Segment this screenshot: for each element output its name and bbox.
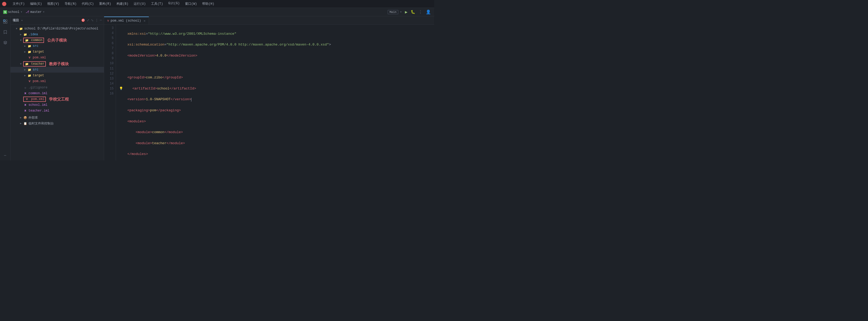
tree-common-iml-label: common.iml [28,92,48,95]
menu-git[interactable]: Git(G) [166,1,182,7]
tree-common-iml[interactable]: Ж common.iml [10,91,104,96]
menu-edit[interactable]: 编辑(E) [28,1,44,7]
tree-common[interactable]: ▼ 📁 common 公共子模块 [10,37,104,43]
tree-teacher-target-label: target [33,74,44,77]
code-line-13: <module>teacher</module> [119,141,429,146]
code-line-6 [119,64,429,70]
branch-dropdown-icon[interactable]: ▾ [43,10,44,14]
project-panel: 项目 ▾ 🎯 ⤢ ⤡ ⋮ — ▼ 📁 school D:\MyFile\GitH… [10,16,104,160]
debug-icon[interactable]: 🐛 [411,10,415,14]
annotation-common: 公共子模块 [47,38,67,43]
run-config-box: Main [388,10,398,14]
panel-icon-settings[interactable]: ⋮ [95,19,98,22]
file-tree: ▼ 📁 school D:\MyFile\GitHub\Projects\sch… [10,25,104,160]
tree-gitignore-label: .gitignore [28,86,48,90]
external-libs-icon: 📦 [23,115,27,120]
tree-common-src-arrow: ▶ [24,44,27,48]
sidebar-icon-more[interactable]: ⋯ [2,152,8,158]
tree-scratch[interactable]: ▶ 📋 临时文件和控制台 [10,120,104,126]
tree-school-iml[interactable]: Ж school.iml [10,102,104,108]
title-bar: 文件(F) 编辑(E) 视图(V) 导航(N) 代码(C) 重构(R) 构建(B… [0,0,434,8]
panel-chevron[interactable]: ▾ [21,19,23,22]
code-line-11: <modules> [119,119,429,124]
menu-window[interactable]: 窗口(W) [183,1,199,7]
tree-idea[interactable]: ▶ 📁 .idea [10,32,104,37]
sidebar-icons: ⋯ [0,16,10,160]
tree-gitignore[interactable]: ◇ .gitignore [10,85,104,91]
tree-scratch-arrow: ▶ [20,122,23,125]
scrollbar[interactable] [432,25,434,160]
tree-teacher-iml[interactable]: Ж teacher.iml [10,108,104,114]
tree-root-pom-label: pom.xml [31,97,44,101]
panel-icon-target[interactable]: 🎯 [81,19,85,22]
tree-teacher-src[interactable]: ▶ 📁 src [10,67,104,73]
sidebar-icon-bookmark[interactable] [2,29,8,35]
main-layout: ⋯ 项目 ▾ 🎯 ⤢ ⤡ ⋮ — ▼ 📁 school D:\MyFile\Gi… [0,16,434,160]
editor-tabs: V pom.xml (school) ✕ [104,16,434,25]
run-configuration[interactable]: Main ▾ [388,10,402,14]
panel-icon-minimize[interactable]: — [100,19,102,22]
toolbar-right: Main ▾ ▶ 🐛 ⋮ 👤 [388,9,431,15]
user-icon[interactable]: 👤 [426,9,431,15]
tree-external-libs-label: 外部库 [28,115,38,120]
run-dropdown-icon[interactable]: ▾ [400,10,402,14]
tree-root-pom[interactable]: V pom.xml 学校父工程 [10,96,104,102]
folder-teacher-src-icon: 📁 [27,68,32,72]
panel-header-icons: 🎯 ⤢ ⤡ ⋮ — [81,19,102,22]
tree-ext-arrow: ▶ [20,116,23,119]
xml-teacher-pom-icon: V [27,79,32,83]
pom-annotated-box: V pom.xml [23,97,46,102]
branch-name: master [30,10,42,14]
project-selector[interactable]: S school ▾ [3,10,22,14]
cursor [191,98,191,102]
project-badge: S [3,10,7,14]
panel-icon-collapse[interactable]: ⤡ [91,19,94,22]
panel-header: 项目 ▾ 🎯 ⤢ ⤡ ⋮ — [10,16,104,25]
menu-tools[interactable]: 工具(T) [149,1,165,7]
menu-bar[interactable]: 文件(F) 编辑(E) 视图(V) 导航(N) 代码(C) 重构(R) 构建(B… [10,1,216,7]
tree-root-arrow: ▼ [16,27,19,30]
sidebar-icon-project[interactable] [2,19,8,25]
tree-common-target-arrow: ▶ [24,50,27,54]
tree-teacher-arrow: ▼ [20,63,23,66]
more-options-icon[interactable]: ⋮ [418,9,423,15]
menu-nav[interactable]: 导航(N) [62,1,79,7]
menu-view[interactable]: 视图(V) [45,1,61,7]
run-button[interactable]: ▶ [405,9,407,15]
menu-file[interactable]: 文件(F) [10,1,27,7]
svg-rect-3 [5,22,7,24]
code-line-3: xmlns:xsi="http://www.w3.org/2001/XMLSch… [119,31,429,37]
tree-teacher-src-label: src [33,68,38,72]
tree-teacher[interactable]: ▼ 📁 teacher 教师子模块 [10,61,104,67]
xml-root-pom-icon: V [25,97,29,101]
menu-code[interactable]: 代码(C) [80,1,96,7]
iml-teacher-icon: Ж [23,109,27,113]
branch-selector[interactable]: ⎇ master ▾ [26,10,44,14]
panel-icon-expand[interactable]: ⤢ [87,19,89,22]
folder-common-target-icon: 📁 [27,50,32,54]
tree-idea-label: .idea [28,33,38,36]
menu-build[interactable]: 构建(B) [115,1,131,7]
tree-scratch-label: 临时文件和控制台 [28,121,54,126]
project-dropdown-icon[interactable]: ▾ [21,10,22,14]
tree-teacher-pom[interactable]: V pom.xml [10,78,104,84]
tab-close-icon[interactable]: ✕ [144,19,146,23]
code-line-10: <packaging>pom</packaging> [119,108,429,113]
menu-refactor[interactable]: 重构(R) [97,1,113,7]
folder-teacher-target-icon: 📁 [27,73,32,78]
sidebar-icon-layers[interactable] [2,39,8,46]
code-content[interactable]: xmlns:xsi="http://www.w3.org/2001/XMLSch… [116,25,432,160]
tree-common-pom[interactable]: V pom.xml [10,55,104,61]
common-annotated-box: 📁 common [23,38,44,43]
tree-common-target[interactable]: ▶ 📁 target [10,49,104,55]
code-line-5: <modelVersion>4.0.0</modelVersion> [119,53,429,59]
tree-teacher-target[interactable]: ▶ 📁 target [10,73,104,78]
menu-run[interactable]: 运行(U) [131,1,148,7]
tree-root[interactable]: ▼ 📁 school D:\MyFile\GitHub\Projects\sch… [10,26,104,32]
menu-help[interactable]: 帮助(H) [200,1,216,7]
tree-external-libs[interactable]: ▶ 📦 外部库 [10,115,104,120]
editor-tab-pom[interactable]: V pom.xml (school) ✕ [104,16,149,25]
tree-common-src[interactable]: ▶ 📁 src [10,43,104,49]
code-editor: 3 4 5 6 7 8 9 10 11 12 13 14 15 16 xmlns… [104,25,434,160]
folder-idea-icon: 📁 [23,32,27,37]
